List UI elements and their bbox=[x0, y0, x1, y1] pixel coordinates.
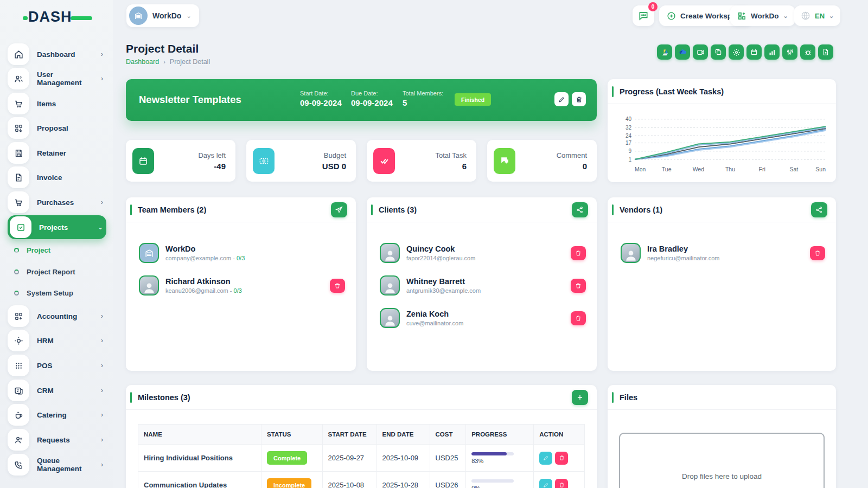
workdo-dropdown[interactable]: WorkDo ⌄ bbox=[730, 5, 795, 26]
bug-icon[interactable] bbox=[800, 44, 815, 60]
trash-icon bbox=[559, 455, 565, 461]
sidebar-subitem-label: Project Report bbox=[27, 268, 75, 276]
document-icon[interactable] bbox=[818, 44, 833, 60]
invite-member-button[interactable] bbox=[331, 202, 347, 217]
svg-text:9: 9 bbox=[628, 148, 631, 154]
sidebar-item-retainer[interactable]: Retainer bbox=[8, 141, 106, 165]
avatar bbox=[621, 243, 641, 263]
stat-value: 6 bbox=[395, 162, 467, 171]
copy-icon[interactable] bbox=[711, 44, 726, 60]
file-dropzone[interactable]: Drop files here to upload bbox=[619, 433, 825, 488]
sidebar-subitem-label: System Setup bbox=[27, 289, 73, 297]
sidebar-item-crm[interactable]: CRM › bbox=[8, 378, 106, 402]
delete-vendor-button[interactable] bbox=[810, 246, 825, 260]
share-vendors-button[interactable] bbox=[811, 202, 827, 217]
grid-plus-icon bbox=[8, 305, 29, 327]
phone-icon bbox=[8, 454, 29, 476]
edit-milestone-button[interactable] bbox=[539, 452, 552, 465]
sidebar: DASH Dashboard › User Management › Items… bbox=[0, 0, 113, 488]
calendar-icon[interactable] bbox=[746, 44, 762, 60]
chat-badge: 0 bbox=[648, 2, 658, 11]
delete-client-button[interactable] bbox=[571, 279, 586, 293]
milestone-start-date: 2025-10-08 bbox=[322, 472, 376, 488]
share-clients-button[interactable] bbox=[572, 202, 588, 217]
svg-text:17: 17 bbox=[626, 140, 632, 146]
column-header: COST bbox=[430, 425, 466, 445]
edit-project-button[interactable] bbox=[554, 92, 569, 106]
sidebar-item-label: Projects bbox=[39, 223, 90, 232]
status-badge: Incomplete bbox=[267, 478, 311, 488]
sidebar-subitem-project[interactable]: Project bbox=[14, 241, 106, 259]
gear-icon[interactable] bbox=[729, 44, 744, 60]
team-members-title: Team Members (2) bbox=[138, 206, 331, 214]
home-icon bbox=[8, 43, 29, 65]
delete-project-button[interactable] bbox=[572, 92, 586, 106]
sidebar-item-dashboard[interactable]: Dashboard › bbox=[8, 42, 106, 66]
chevron-down-icon: ⌄ bbox=[783, 12, 788, 20]
team-member-row: Richard Atkinson keanu2006@gmail.com - 0… bbox=[139, 275, 345, 296]
member-quota: 0/3 bbox=[234, 287, 242, 294]
sidebar-subitem-project-report[interactable]: Project Report bbox=[14, 263, 106, 280]
pencil-icon bbox=[543, 455, 549, 461]
chevron-right-icon: › bbox=[101, 387, 103, 394]
svg-text:Fri: Fri bbox=[759, 166, 765, 172]
sidebar-item-queue-management[interactable]: Queue Management › bbox=[8, 453, 106, 477]
milestones-table: NAME STATUS START DATE END DATE COST PRO… bbox=[138, 424, 585, 488]
trash-icon bbox=[814, 250, 821, 256]
sidebar-item-label: Purchases bbox=[37, 198, 93, 207]
chat-icon bbox=[638, 10, 649, 21]
sidebar-item-hrm[interactable]: HRM › bbox=[8, 329, 106, 352]
vendor-name: Ira Bradley bbox=[647, 245, 803, 253]
svg-text:24: 24 bbox=[626, 133, 632, 139]
breadcrumb-current: Project Detail bbox=[170, 58, 210, 66]
bullet-icon bbox=[14, 269, 19, 274]
grid-icon bbox=[8, 117, 29, 139]
sidebar-item-purchases[interactable]: Purchases › bbox=[8, 190, 106, 214]
breadcrumb-dashboard-link[interactable]: Dashboard bbox=[126, 58, 159, 66]
milestone-end-date: 2025-10-09 bbox=[376, 445, 430, 472]
workspace-switcher[interactable]: WorkDo ⌄ bbox=[126, 4, 199, 27]
onedrive-icon[interactable] bbox=[675, 44, 690, 60]
sidebar-item-items[interactable]: Items bbox=[8, 92, 106, 115]
sidebar-item-requests[interactable]: Requests › bbox=[8, 428, 106, 452]
trash-icon bbox=[576, 96, 583, 103]
sidebar-item-label: POS bbox=[37, 362, 93, 370]
stat-value: USD 0 bbox=[275, 162, 346, 171]
stat-card-days-left: Days left-49 bbox=[126, 140, 235, 182]
add-milestone-button[interactable] bbox=[572, 390, 588, 405]
bar-chart-icon[interactable] bbox=[764, 44, 780, 60]
sidebar-item-projects[interactable]: Projects ⌄ bbox=[8, 215, 106, 239]
sidebar-item-label: User Management bbox=[37, 70, 93, 87]
project-name: Newsletter Templates bbox=[139, 94, 241, 106]
member-name: Richard Atkinson bbox=[165, 277, 323, 286]
app-logo[interactable]: DASH bbox=[28, 9, 88, 27]
language-selector[interactable]: EN ⌄ bbox=[794, 5, 840, 26]
video-icon[interactable] bbox=[693, 44, 708, 60]
delete-member-button[interactable] bbox=[330, 279, 345, 293]
delete-client-button[interactable] bbox=[571, 246, 586, 260]
sidebar-item-proposal[interactable]: Proposal bbox=[8, 116, 106, 140]
messages-button[interactable]: 0 bbox=[633, 5, 654, 26]
vendors-card: Vendors (1) Ira Bradley negefuricu@maili… bbox=[608, 197, 836, 371]
drive-icon[interactable] bbox=[657, 44, 672, 60]
client-name: Whitney Barrett bbox=[406, 277, 564, 286]
delete-milestone-button[interactable] bbox=[555, 479, 568, 488]
target-icon bbox=[8, 330, 29, 351]
sliders-icon[interactable] bbox=[782, 44, 797, 60]
svg-text:Thu: Thu bbox=[725, 166, 735, 172]
sidebar-item-catering[interactable]: Catering › bbox=[8, 403, 106, 427]
sidebar-item-invoice[interactable]: Invoice bbox=[8, 165, 106, 189]
delete-client-button[interactable] bbox=[571, 311, 586, 325]
edit-milestone-button[interactable] bbox=[539, 479, 552, 488]
chevron-right-icon: › bbox=[101, 337, 103, 344]
sidebar-subitem-system-setup[interactable]: System Setup bbox=[14, 284, 106, 301]
milestone-start-date: 2025-09-27 bbox=[322, 445, 376, 472]
send-icon bbox=[335, 206, 343, 214]
sidebar-item-accounting[interactable]: Accounting › bbox=[8, 304, 106, 328]
pencil-icon bbox=[558, 96, 565, 103]
sidebar-item-user-management[interactable]: User Management › bbox=[8, 67, 106, 91]
chevron-right-icon: › bbox=[101, 362, 103, 369]
sidebar-item-pos[interactable]: POS › bbox=[8, 354, 106, 377]
delete-milestone-button[interactable] bbox=[555, 452, 568, 465]
member-quota: 0/3 bbox=[237, 255, 245, 261]
